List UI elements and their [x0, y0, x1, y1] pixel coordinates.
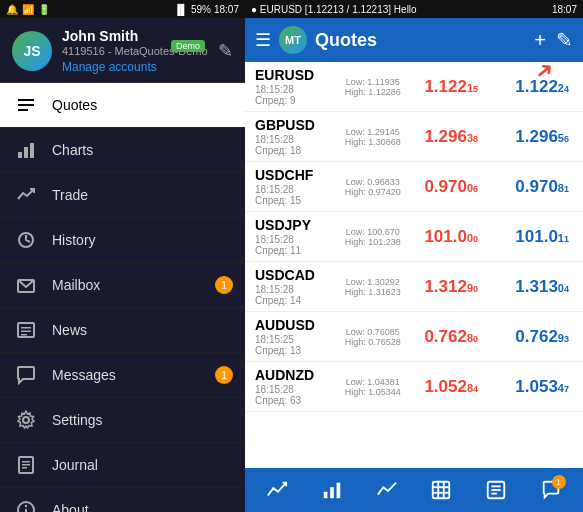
quote-ask: 101.011 — [515, 227, 569, 247]
quote-high: High: 1.31623 — [334, 287, 413, 297]
sidebar-item-label: News — [52, 322, 87, 338]
quote-mid-4: Low: 1.30292 High: 1.31623 — [334, 277, 413, 297]
sidebar-item-quotes[interactable]: Quotes — [0, 83, 245, 128]
quote-row[interactable]: USDCHF 18:15:28 Спред: 15 Low: 0.96833 H… — [245, 162, 583, 212]
quote-left-3: USDJPY 18:15:28 Спред: 11 — [255, 217, 334, 256]
bottom-nav-quotes[interactable] — [258, 475, 296, 505]
quote-ask-col-5: 0.76293 — [491, 327, 574, 347]
sidebar-item-about[interactable]: About — [0, 488, 245, 512]
header-logo: MT — [279, 26, 307, 54]
quote-mid-6: Low: 1.04381 High: 1.05344 — [334, 377, 413, 397]
quote-low: Low: 0.96833 — [334, 177, 413, 187]
quote-ask-col-0: 1.12224 — [491, 77, 574, 97]
quote-spread: Спред: 11 — [255, 245, 334, 256]
bottom-nav-messages[interactable]: 1 — [532, 475, 570, 505]
quote-spread: Спред: 14 — [255, 295, 334, 306]
sidebar-item-label: Settings — [52, 412, 103, 428]
quote-ask: 1.05347 — [515, 377, 569, 397]
quote-mid-3: Low: 100.670 High: 101.238 — [334, 227, 413, 247]
quote-bid: 1.05284 — [424, 377, 478, 397]
quote-time: 18:15:28 — [255, 284, 334, 295]
svg-rect-5 — [30, 143, 34, 158]
quote-high: High: 1.12286 — [334, 87, 413, 97]
quote-row[interactable]: AUDNZD 18:15:28 Спред: 63 Low: 1.04381 H… — [245, 362, 583, 412]
sidebar-item-messages[interactable]: Messages 1 — [0, 353, 245, 398]
messages-icon — [14, 363, 38, 387]
manage-accounts-link[interactable]: Manage accounts — [62, 60, 208, 74]
left-status-bar: 🔔 📶 🔋 ▐▌ 59% 18:07 — [0, 0, 245, 18]
sidebar-item-mailbox[interactable]: Mailbox 1 — [0, 263, 245, 308]
svg-rect-20 — [324, 492, 328, 498]
bottom-nav: 1 — [245, 468, 583, 512]
sidebar-item-charts[interactable]: Charts — [0, 128, 245, 173]
charts-icon — [14, 138, 38, 162]
quote-low: Low: 1.30292 — [334, 277, 413, 287]
svg-rect-23 — [433, 482, 450, 499]
quote-mid-5: Low: 0.76085 High: 0.76528 — [334, 327, 413, 347]
quote-left-1: GBPUSD 18:15:28 Спред: 18 — [255, 117, 334, 156]
status-icons: 🔔 📶 🔋 — [6, 4, 50, 15]
edit-button[interactable]: ✎ — [556, 28, 573, 52]
quote-bid-col-6: 1.05284 — [412, 377, 491, 397]
sidebar-item-label: History — [52, 232, 96, 248]
hamburger-icon[interactable]: ☰ — [255, 29, 271, 51]
wifi-icon: 📶 — [22, 4, 34, 15]
quote-left-2: USDCHF 18:15:28 Спред: 15 — [255, 167, 334, 206]
quote-spread: Спред: 15 — [255, 195, 334, 206]
quote-bid: 1.31290 — [424, 277, 478, 297]
quote-left-4: USDCAD 18:15:28 Спред: 14 — [255, 267, 334, 306]
sidebar-item-label: Mailbox — [52, 277, 100, 293]
sidebar-item-news[interactable]: News — [0, 308, 245, 353]
sidebar-item-trade[interactable]: Trade — [0, 173, 245, 218]
quote-row[interactable]: AUDUSD 18:15:25 Спред: 13 Low: 0.76085 H… — [245, 312, 583, 362]
quote-mid-1: Low: 1.29145 High: 1.30868 — [334, 127, 413, 147]
quote-symbol: USDCHF — [255, 167, 334, 183]
quote-row[interactable]: USDJPY 18:15:28 Спред: 11 Low: 100.670 H… — [245, 212, 583, 262]
quote-time: 18:15:28 — [255, 84, 334, 95]
sidebar-item-history[interactable]: History — [0, 218, 245, 263]
sidebar-item-label: Quotes — [52, 97, 97, 113]
sidebar-item-label: Journal — [52, 457, 98, 473]
add-button[interactable]: + — [534, 29, 546, 52]
status-right: ▐▌ 59% 18:07 — [174, 4, 239, 15]
svg-rect-9 — [21, 327, 31, 329]
messages-badge: 1 — [215, 366, 233, 384]
messages-bottom-badge: 1 — [552, 475, 566, 489]
svg-rect-21 — [330, 487, 334, 498]
quote-spread: Спред: 9 — [255, 95, 334, 106]
quote-symbol: AUDNZD — [255, 367, 334, 383]
left-panel: 🔔 📶 🔋 ▐▌ 59% 18:07 JS John Smith 4119516… — [0, 0, 245, 512]
bottom-nav-charts[interactable] — [313, 475, 351, 505]
edit-profile-icon[interactable]: ✎ — [218, 40, 233, 62]
bottom-nav-history[interactable] — [422, 475, 460, 505]
quote-mid-2: Low: 0.96833 High: 0.97420 — [334, 177, 413, 197]
svg-rect-1 — [18, 104, 34, 106]
quote-symbol: GBPUSD — [255, 117, 334, 133]
sidebar-item-journal[interactable]: Journal — [0, 443, 245, 488]
svg-rect-11 — [21, 334, 27, 336]
quote-low: Low: 1.11935 — [334, 77, 413, 87]
sidebar-item-settings[interactable]: Settings — [0, 398, 245, 443]
bottom-nav-trade[interactable] — [368, 475, 406, 505]
quote-ask-col-6: 1.05347 — [491, 377, 574, 397]
quote-bid-col-3: 101.000 — [412, 227, 491, 247]
quote-time: 18:15:25 — [255, 334, 334, 345]
user-section: JS John Smith 4119516 - MetaQuotes-Demo … — [0, 18, 245, 83]
svg-point-18 — [25, 505, 27, 507]
svg-rect-0 — [18, 99, 34, 101]
quote-ask: 0.76293 — [515, 327, 569, 347]
quote-ask: 0.97081 — [515, 177, 569, 197]
quote-ask: 1.31304 — [515, 277, 569, 297]
quote-row[interactable]: EURUSD 18:15:28 Спред: 9 Low: 1.11935 Hi… — [245, 62, 583, 112]
quote-row[interactable]: GBPUSD 18:15:28 Спред: 18 Low: 1.29145 H… — [245, 112, 583, 162]
quote-bid-col-5: 0.76280 — [412, 327, 491, 347]
svg-rect-4 — [24, 147, 28, 158]
svg-rect-22 — [337, 483, 341, 499]
quote-bid: 1.29638 — [424, 127, 478, 147]
clock: 18:07 — [214, 4, 239, 15]
quote-row[interactable]: USDCAD 18:15:28 Спред: 14 Low: 1.30292 H… — [245, 262, 583, 312]
quote-symbol: USDCAD — [255, 267, 334, 283]
svg-rect-15 — [22, 464, 30, 466]
bottom-nav-news[interactable] — [477, 475, 515, 505]
symbol-info: ● EURUSD [1.12213 / 1.12213] Hello — [251, 4, 417, 15]
